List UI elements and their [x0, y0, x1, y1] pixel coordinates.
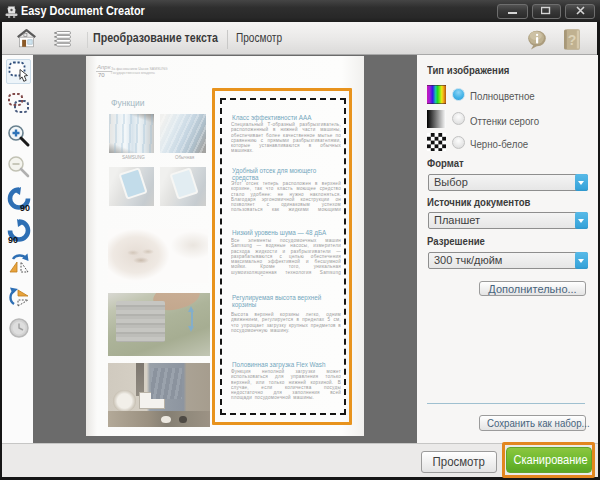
svg-text:?: ? — [568, 32, 577, 48]
svg-text:90: 90 — [20, 203, 30, 213]
svg-text:90: 90 — [8, 235, 18, 245]
